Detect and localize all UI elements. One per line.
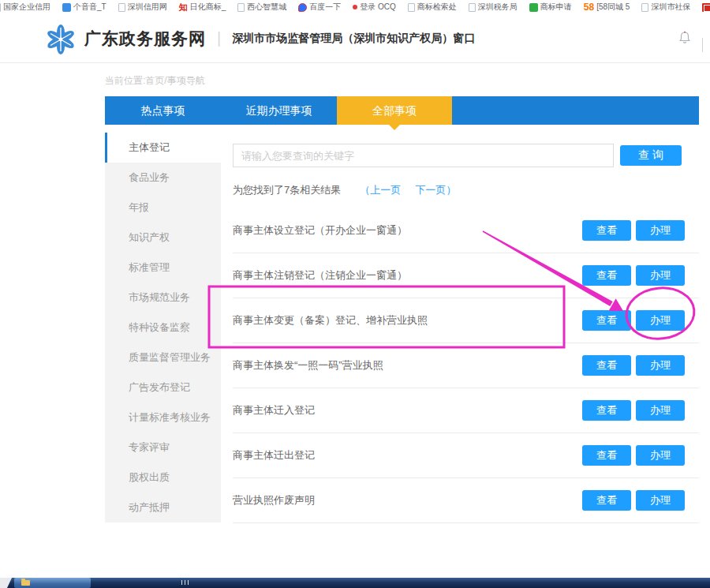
bookmark-item[interactable]: 58[58同城 5 (584, 2, 630, 13)
bookmark-item[interactable]: 深圳税务局 (469, 2, 518, 13)
handle-button[interactable]: 办理 (636, 445, 685, 466)
sidebar-item-annual-report[interactable]: 年报 (105, 193, 221, 223)
taskbar-app-button[interactable] (14, 578, 91, 588)
list-item: 营业执照作废声明 查看 办理 (233, 478, 699, 523)
windows-taskbar (0, 578, 710, 588)
browser-bookmarks-bar: 国家企业信用 个音音_T 深圳信用网 知日化商标_ 西心智慧城 百度一下 登录 … (0, 0, 710, 14)
bookmark-item[interactable]: 深圳信用网 (118, 2, 167, 13)
sidebar-item-expert-review[interactable]: 专家评审 (105, 433, 221, 463)
view-button[interactable]: 查看 (582, 265, 631, 286)
item-title: 营业执照作废声明 (233, 493, 315, 507)
bookmark-item[interactable]: 知日化商标_ (179, 2, 226, 13)
tab-all-items[interactable]: 全部事项 (337, 96, 452, 125)
tab-bar: 热点事项 近期办理事项 全部事项 (105, 96, 699, 125)
bookmark-item[interactable]: 国家企业信用 (0, 2, 50, 13)
list-item: 商事主体设立登记（开办企业一窗通） 查看 办理 (233, 208, 699, 253)
site-header: 广东政务服务网 | 深圳市市场监督管理局（深圳市知识产权局）窗口 (0, 14, 710, 63)
page-icon (118, 3, 125, 12)
view-button[interactable]: 查看 (582, 490, 631, 511)
bookmark-item[interactable]: 百度一下 (298, 2, 341, 13)
bookmark-label: 深圳市社保 (651, 2, 690, 13)
handle-button[interactable]: 办理 (636, 220, 685, 241)
sidebar-item-intellectual-property[interactable]: 知识产权 (105, 223, 221, 253)
handle-button[interactable]: 办理 (636, 265, 685, 286)
sidebar-item-quality-supervision[interactable]: 质量监督管理业务 (105, 343, 221, 373)
sidebar: 主体登记 食品业务 年报 知识产权 标准管理 市场规范业务 特种设备监察 质量监… (105, 133, 221, 522)
page-icon (408, 3, 415, 12)
department-title: 深圳市市场监督管理局（深圳市知识产权局）窗口 (232, 32, 475, 46)
bookmark-item[interactable]: 商标申请 (529, 2, 572, 13)
search-input[interactable] (233, 144, 614, 167)
breadcrumb: 当前位置:首页/事项导航 (105, 74, 205, 88)
view-button[interactable]: 查看 (582, 400, 631, 421)
bookmark-label: 商标申请 (540, 2, 572, 13)
view-button[interactable]: 查看 (582, 310, 631, 331)
sidebar-item-special-equipment[interactable]: 特种设备监察 (105, 313, 221, 343)
site-logo-icon[interactable] (45, 23, 77, 54)
red-badge-icon (702, 3, 710, 12)
item-title: 商事主体设立登记（开办企业一窗通） (233, 223, 407, 238)
red-letter-icon: 知 (179, 2, 188, 13)
view-button[interactable]: 查看 (582, 445, 631, 466)
folder-icon (21, 580, 30, 586)
bookmark-item[interactable]: 商标检索处 (408, 2, 457, 13)
green-app-icon (529, 3, 538, 12)
bookmark-label: [58同城 5 (596, 2, 630, 13)
header-divider: | (217, 29, 221, 47)
sidebar-item-ad-publication[interactable]: 广告发布登记 (105, 373, 221, 403)
next-page-link[interactable]: 下一页 (415, 184, 446, 196)
sidebar-item-market-regulation[interactable]: 市场规范业务 (105, 283, 221, 313)
item-title: 商事主体换发“一照一码”营业执照 (233, 358, 383, 373)
result-summary: 为您找到了7条相关结果 (233, 184, 341, 196)
handle-button[interactable]: 办理 (636, 355, 685, 376)
item-title: 商事主体变更（备案）登记、增补营业执照 (233, 313, 428, 328)
list-item: 商事主体注销登记（注销企业一窗通） 查看 办理 (233, 253, 699, 298)
item-title: 商事主体迁入登记 (233, 403, 315, 418)
bookmark-item[interactable]: 登录 OCQ (353, 2, 396, 13)
sidebar-item-chattel-mortgage[interactable]: 动产抵押 (105, 492, 221, 522)
bookmark-item[interactable]: 深圳市社保 (641, 2, 690, 13)
page-icon (641, 3, 648, 12)
item-title: 商事主体迁出登记 (233, 448, 315, 463)
tab-hot-items[interactable]: 热点事项 (105, 96, 221, 125)
search-button[interactable]: 查 询 (620, 145, 682, 166)
bookmark-item[interactable]: 注册公司问 (702, 2, 710, 13)
bookmark-label: 国家企业信用 (3, 2, 50, 13)
bookmark-label: 登录 OCQ (360, 2, 396, 13)
header-scroll-line (702, 38, 703, 52)
blue-app-icon (62, 3, 71, 12)
view-button[interactable]: 查看 (582, 220, 631, 241)
sidebar-item-food-business[interactable]: 食品业务 (105, 163, 221, 193)
handle-button[interactable]: 办理 (636, 400, 685, 421)
page-icon (237, 3, 245, 12)
list-item: 商事主体换发“一照一码”营业执照 查看 办理 (233, 343, 699, 388)
bookmark-item[interactable]: 个音音_T (62, 2, 106, 13)
red-ring-icon (353, 5, 357, 9)
paren-open: （ (360, 184, 370, 196)
paren-close: ） (446, 184, 456, 196)
list-item: 商事主体迁入登记 查看 办理 (233, 388, 699, 433)
bookmark-label: 商标检索处 (417, 2, 457, 13)
prev-page-link[interactable]: 上一页 (370, 184, 401, 196)
list-item-highlighted: 商事主体变更（备案）登记、增补营业执照 查看 办理 (233, 298, 699, 343)
bookmark-label: 西心智慧城 (247, 2, 286, 13)
page-icon (0, 3, 1, 12)
search-row: 查 询 (233, 144, 699, 167)
item-title: 商事主体注销登记（注销企业一窗通） (233, 268, 407, 283)
bookmark-item[interactable]: 西心智慧城 (237, 2, 286, 13)
view-button[interactable]: 查看 (582, 355, 631, 376)
sidebar-item-equity-pledge[interactable]: 股权出质 (105, 463, 221, 492)
sidebar-item-subject-registration[interactable]: 主体登记 (105, 133, 221, 163)
sidebar-item-metrology-standards[interactable]: 计量标准考核业务 (105, 403, 221, 433)
handle-button[interactable]: 办理 (636, 310, 685, 331)
tab-recent-items[interactable]: 近期办理事项 (221, 96, 337, 125)
bookmark-label: 百度一下 (309, 2, 341, 13)
sidebar-item-standards-management[interactable]: 标准管理 (105, 253, 221, 283)
bookmark-label: 深圳税务局 (478, 2, 518, 13)
bookmark-label: 深圳信用网 (128, 2, 167, 13)
baidu-icon (298, 3, 307, 12)
notification-bell-icon[interactable] (678, 31, 691, 48)
taskbar-text-marks (181, 580, 189, 585)
handle-button[interactable]: 办理 (636, 490, 685, 511)
site-title[interactable]: 广东政务服务网 (84, 28, 206, 50)
